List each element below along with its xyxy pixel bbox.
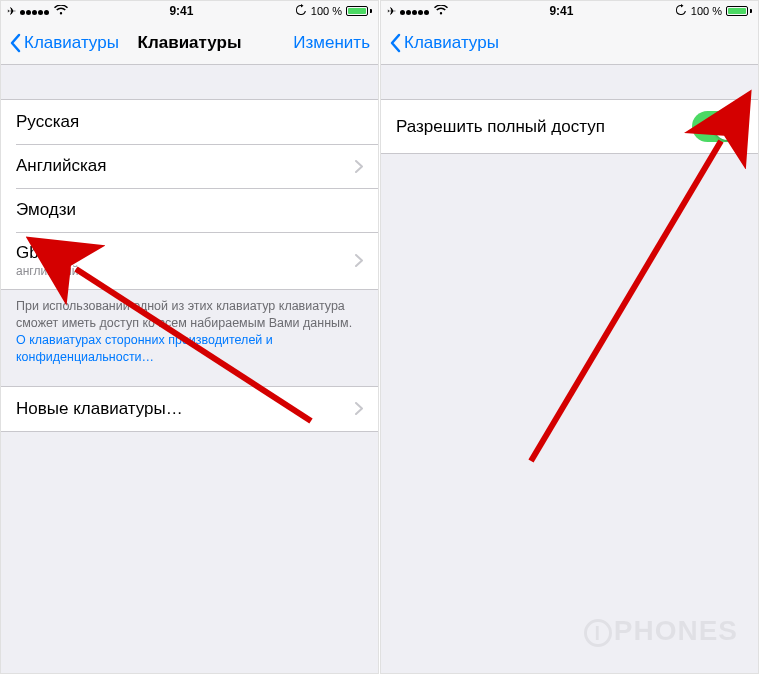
chevron-right-icon — [355, 402, 363, 415]
nav-back-button[interactable]: Клавиатуры — [389, 33, 499, 53]
wifi-icon — [434, 5, 448, 17]
signal-dots-icon — [400, 5, 430, 17]
battery-percent: 100 % — [311, 5, 342, 17]
toggle-knob — [714, 113, 741, 140]
row-label: Английская — [16, 156, 106, 176]
battery-icon — [346, 6, 372, 16]
annotation-arrow — [511, 111, 751, 475]
row-label: Новые клавиатуры… — [16, 399, 183, 419]
chevron-left-icon — [9, 33, 21, 53]
rotation-lock-icon — [295, 4, 307, 18]
rotation-lock-icon — [675, 4, 687, 18]
row-label: Эмодзи — [16, 200, 76, 220]
status-time: 9:41 — [549, 4, 573, 18]
screen-keyboards-list: ✈︎ 9:41 100 % — [0, 0, 379, 674]
chevron-left-icon — [389, 33, 401, 53]
battery-percent: 100 % — [691, 5, 722, 17]
group-footer: При использовании одной из этих клавиату… — [1, 290, 378, 366]
nav-back-label: Клавиатуры — [404, 33, 499, 53]
airplane-icon: ✈︎ — [387, 5, 396, 18]
row-label: Русская — [16, 112, 79, 132]
battery-icon — [726, 6, 752, 16]
status-time: 9:41 — [169, 4, 193, 18]
status-bar: ✈︎ 9:41 100 % — [1, 1, 378, 21]
nav-bar: Клавиатуры Клавиатуры Изменить — [1, 21, 378, 65]
add-keyboard-row[interactable]: Новые клавиатуры… — [1, 387, 378, 431]
row-sublabel: английский — [16, 264, 78, 278]
watermark: IPHONES — [584, 615, 738, 647]
keyboards-group: Русская Английская Эмодзи Gboard английс… — [1, 99, 378, 290]
airplane-icon: ✈︎ — [7, 5, 16, 18]
signal-dots-icon — [20, 5, 50, 17]
nav-back-label: Клавиатуры — [24, 33, 119, 53]
full-access-group: Разрешить полный доступ — [381, 99, 758, 154]
row-label: Разрешить полный доступ — [396, 117, 605, 137]
keyboard-row-gboard[interactable]: Gboard английский — [1, 232, 378, 289]
keyboard-row-english[interactable]: Английская — [1, 144, 378, 188]
footer-text: При использовании одной из этих клавиату… — [16, 299, 352, 330]
chevron-right-icon — [355, 254, 363, 267]
keyboard-row-emoji[interactable]: Эмодзи — [1, 188, 378, 232]
row-label: Gboard — [16, 243, 78, 263]
footer-link[interactable]: О клавиатурах сторонних производителей и… — [16, 333, 273, 364]
svg-line-1 — [531, 141, 721, 461]
nav-back-button[interactable]: Клавиатуры — [9, 33, 119, 53]
full-access-toggle[interactable] — [692, 111, 743, 142]
nav-bar: Клавиатуры — [381, 21, 758, 65]
chevron-right-icon — [355, 160, 363, 173]
add-keyboard-group: Новые клавиатуры… — [1, 386, 378, 432]
wifi-icon — [54, 5, 68, 17]
nav-edit-button[interactable]: Изменить — [293, 33, 370, 53]
keyboard-row-russian[interactable]: Русская — [1, 100, 378, 144]
status-bar: ✈︎ 9:41 100 % — [381, 1, 758, 21]
full-access-row[interactable]: Разрешить полный доступ — [381, 100, 758, 153]
screen-full-access: ✈︎ 9:41 100 % — [380, 0, 759, 674]
